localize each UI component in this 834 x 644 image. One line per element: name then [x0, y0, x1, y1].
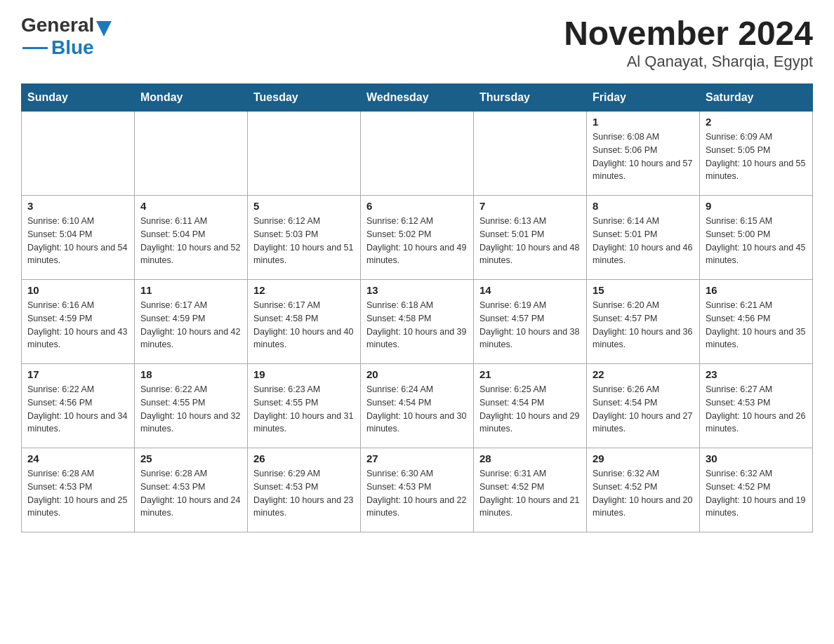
calendar-table: Sunday Monday Tuesday Wednesday Thursday… — [21, 83, 813, 532]
day-info: Sunrise: 6:20 AMSunset: 4:57 PMDaylight:… — [593, 299, 694, 351]
col-friday: Friday — [587, 84, 700, 112]
calendar-cell: 18Sunrise: 6:22 AMSunset: 4:55 PMDayligh… — [135, 364, 248, 448]
calendar-cell: 3Sunrise: 6:10 AMSunset: 5:04 PMDaylight… — [22, 196, 135, 280]
day-number: 3 — [27, 200, 128, 212]
logo-blue-text: Blue — [51, 36, 94, 59]
day-number: 22 — [593, 368, 694, 380]
col-sunday: Sunday — [22, 84, 135, 112]
day-number: 19 — [253, 368, 355, 380]
day-number: 27 — [366, 452, 468, 464]
day-number: 5 — [253, 200, 355, 212]
day-info: Sunrise: 6:28 AMSunset: 4:53 PMDaylight:… — [140, 467, 241, 520]
day-number: 18 — [140, 368, 241, 380]
day-number: 15 — [593, 284, 694, 296]
calendar-cell: 9Sunrise: 6:15 AMSunset: 5:00 PMDaylight… — [700, 196, 813, 280]
day-info: Sunrise: 6:12 AMSunset: 5:02 PMDaylight:… — [366, 215, 468, 267]
col-thursday: Thursday — [474, 84, 587, 112]
title-section: November 2024 Al Qanayat, Sharqia, Egypt — [564, 14, 813, 71]
day-number: 8 — [593, 200, 694, 212]
day-number: 30 — [706, 452, 807, 464]
calendar-cell: 5Sunrise: 6:12 AMSunset: 5:03 PMDaylight… — [248, 196, 361, 280]
calendar-cell — [22, 112, 135, 196]
calendar-cell: 25Sunrise: 6:28 AMSunset: 4:53 PMDayligh… — [135, 448, 248, 532]
day-number: 13 — [366, 284, 468, 296]
calendar-cell: 19Sunrise: 6:23 AMSunset: 4:55 PMDayligh… — [248, 364, 361, 448]
calendar-subtitle: Al Qanayat, Sharqia, Egypt — [564, 53, 813, 71]
day-number: 1 — [593, 116, 694, 128]
day-info: Sunrise: 6:32 AMSunset: 4:52 PMDaylight:… — [706, 467, 807, 520]
day-info: Sunrise: 6:12 AMSunset: 5:03 PMDaylight:… — [253, 215, 355, 267]
calendar-cell: 6Sunrise: 6:12 AMSunset: 5:02 PMDaylight… — [361, 196, 474, 280]
day-info: Sunrise: 6:22 AMSunset: 4:56 PMDaylight:… — [27, 383, 128, 436]
calendar-cell: 10Sunrise: 6:16 AMSunset: 4:59 PMDayligh… — [22, 280, 135, 364]
day-info: Sunrise: 6:31 AMSunset: 4:52 PMDaylight:… — [479, 467, 581, 520]
day-number: 20 — [366, 368, 468, 380]
calendar-cell: 1Sunrise: 6:08 AMSunset: 5:06 PMDaylight… — [587, 112, 700, 196]
week-row: 1Sunrise: 6:08 AMSunset: 5:06 PMDaylight… — [22, 112, 813, 196]
day-info: Sunrise: 6:17 AMSunset: 4:58 PMDaylight:… — [253, 299, 355, 351]
day-number: 26 — [253, 452, 355, 464]
col-saturday: Saturday — [700, 84, 813, 112]
calendar-cell: 13Sunrise: 6:18 AMSunset: 4:58 PMDayligh… — [361, 280, 474, 364]
day-info: Sunrise: 6:13 AMSunset: 5:01 PMDaylight:… — [479, 215, 581, 267]
calendar-cell: 12Sunrise: 6:17 AMSunset: 4:58 PMDayligh… — [248, 280, 361, 364]
day-number: 24 — [27, 452, 128, 464]
day-number: 7 — [479, 200, 581, 212]
col-monday: Monday — [135, 84, 248, 112]
day-info: Sunrise: 6:29 AMSunset: 4:53 PMDaylight:… — [253, 467, 355, 520]
day-number: 12 — [253, 284, 355, 296]
logo-line-icon — [22, 47, 48, 49]
day-info: Sunrise: 6:17 AMSunset: 4:59 PMDaylight:… — [140, 299, 241, 351]
calendar-cell: 29Sunrise: 6:32 AMSunset: 4:52 PMDayligh… — [587, 448, 700, 532]
calendar-cell: 16Sunrise: 6:21 AMSunset: 4:56 PMDayligh… — [700, 280, 813, 364]
page-header: General Blue November 2024 Al Qanayat, S… — [21, 14, 813, 71]
day-number: 2 — [706, 116, 807, 128]
day-info: Sunrise: 6:10 AMSunset: 5:04 PMDaylight:… — [27, 215, 128, 267]
calendar-cell: 20Sunrise: 6:24 AMSunset: 4:54 PMDayligh… — [361, 364, 474, 448]
day-info: Sunrise: 6:23 AMSunset: 4:55 PMDaylight:… — [253, 383, 355, 436]
day-info: Sunrise: 6:24 AMSunset: 4:54 PMDaylight:… — [366, 383, 468, 436]
logo-general-text: General — [21, 14, 94, 36]
day-number: 6 — [366, 200, 468, 212]
day-number: 28 — [479, 452, 581, 464]
day-info: Sunrise: 6:26 AMSunset: 4:54 PMDaylight:… — [593, 383, 694, 436]
col-tuesday: Tuesday — [248, 84, 361, 112]
calendar-cell: 23Sunrise: 6:27 AMSunset: 4:53 PMDayligh… — [700, 364, 813, 448]
day-info: Sunrise: 6:21 AMSunset: 4:56 PMDaylight:… — [706, 299, 807, 351]
calendar-title: November 2024 — [564, 14, 813, 53]
calendar-cell: 7Sunrise: 6:13 AMSunset: 5:01 PMDaylight… — [474, 196, 587, 280]
logo-bottom: Blue — [22, 36, 112, 59]
logo-triangle-icon — [96, 21, 112, 36]
calendar-cell — [248, 112, 361, 196]
calendar-cell: 27Sunrise: 6:30 AMSunset: 4:53 PMDayligh… — [361, 448, 474, 532]
day-info: Sunrise: 6:16 AMSunset: 4:59 PMDaylight:… — [27, 299, 128, 351]
day-number: 23 — [706, 368, 807, 380]
week-row: 3Sunrise: 6:10 AMSunset: 5:04 PMDaylight… — [22, 196, 813, 280]
day-info: Sunrise: 6:08 AMSunset: 5:06 PMDaylight:… — [593, 130, 694, 183]
day-info: Sunrise: 6:19 AMSunset: 4:57 PMDaylight:… — [479, 299, 581, 351]
day-number: 9 — [706, 200, 807, 212]
day-info: Sunrise: 6:30 AMSunset: 4:53 PMDaylight:… — [366, 467, 468, 520]
week-row: 24Sunrise: 6:28 AMSunset: 4:53 PMDayligh… — [22, 448, 813, 532]
day-number: 17 — [27, 368, 128, 380]
calendar-cell: 2Sunrise: 6:09 AMSunset: 5:05 PMDaylight… — [700, 112, 813, 196]
logo-wrapper: General Blue — [21, 14, 112, 59]
day-number: 4 — [140, 200, 241, 212]
day-number: 10 — [27, 284, 128, 296]
week-row: 17Sunrise: 6:22 AMSunset: 4:56 PMDayligh… — [22, 364, 813, 448]
day-info: Sunrise: 6:11 AMSunset: 5:04 PMDaylight:… — [140, 215, 241, 267]
day-info: Sunrise: 6:14 AMSunset: 5:01 PMDaylight:… — [593, 215, 694, 267]
day-info: Sunrise: 6:27 AMSunset: 4:53 PMDaylight:… — [706, 383, 807, 436]
calendar-cell: 30Sunrise: 6:32 AMSunset: 4:52 PMDayligh… — [700, 448, 813, 532]
calendar-cell: 21Sunrise: 6:25 AMSunset: 4:54 PMDayligh… — [474, 364, 587, 448]
calendar-cell: 17Sunrise: 6:22 AMSunset: 4:56 PMDayligh… — [22, 364, 135, 448]
calendar-cell — [135, 112, 248, 196]
calendar-cell: 11Sunrise: 6:17 AMSunset: 4:59 PMDayligh… — [135, 280, 248, 364]
calendar-cell — [474, 112, 587, 196]
week-row: 10Sunrise: 6:16 AMSunset: 4:59 PMDayligh… — [22, 280, 813, 364]
calendar-cell: 28Sunrise: 6:31 AMSunset: 4:52 PMDayligh… — [474, 448, 587, 532]
calendar-cell — [361, 112, 474, 196]
col-wednesday: Wednesday — [361, 84, 474, 112]
day-info: Sunrise: 6:18 AMSunset: 4:58 PMDaylight:… — [366, 299, 468, 351]
calendar-cell: 4Sunrise: 6:11 AMSunset: 5:04 PMDaylight… — [135, 196, 248, 280]
